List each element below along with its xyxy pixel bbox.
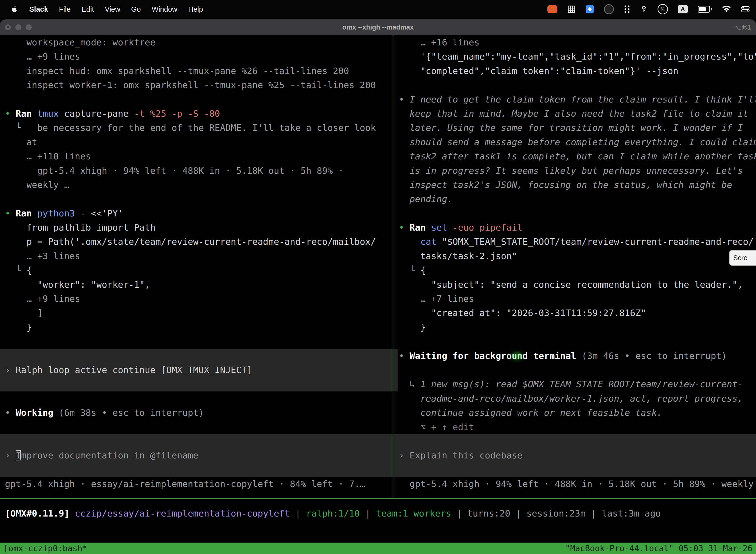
- close-button[interactable]: ✕: [5, 24, 11, 30]
- menu-view[interactable]: View: [105, 5, 120, 13]
- omx-status-line: [OMX#0.11.9] cczip/essay/ai-reimplementa…: [0, 506, 756, 520]
- terminal-line: … +9 lines: [5, 49, 397, 63]
- window-shortcut-hint: ⌥⌘1: [734, 23, 751, 31]
- desktop: Slack FileEditViewGoWindowHelp 61 A: [0, 0, 756, 554]
- menu-bar: Slack FileEditViewGoWindowHelp 61 A: [0, 0, 756, 18]
- terminal-line[interactable]: [0, 434, 397, 448]
- terminal-line: '{"team_name":"my-team","task_id":"1","f…: [399, 49, 756, 63]
- tmux-pane-right[interactable]: … +16 lines '{"team_name":"my-team","tas…: [393, 35, 756, 491]
- tmux-status-bar: [omx-cczip0:bash* "MacBook-Pro-44.local"…: [0, 543, 756, 554]
- menu-bar-left: Slack FileEditViewGoWindowHelp: [0, 4, 203, 14]
- blue-app-icon[interactable]: [586, 5, 594, 13]
- terminal-line: [399, 363, 756, 377]
- terminal-line[interactable]: [0, 463, 397, 477]
- terminal-line: inspect_hud: omx sparkshell --tmux-pane …: [5, 64, 397, 78]
- terminal-line: weekly …: [5, 178, 397, 192]
- minimize-button[interactable]: [15, 24, 21, 30]
- terminal-line: is in progress? It seems likely but perh…: [399, 164, 756, 178]
- terminal-line: … +3 lines: [5, 249, 397, 263]
- terminal-line: gpt-5.4 xhigh · 94% left · 488K in · 5.1…: [5, 164, 397, 178]
- terminal-line: pending.: [399, 192, 756, 206]
- tmux-pane-divider-horizontal[interactable]: [0, 498, 756, 499]
- terminal-line[interactable]: [0, 349, 397, 363]
- menu-file[interactable]: File: [59, 5, 71, 13]
- terminal-line: p = Path('.omx/state/team/review-current…: [5, 234, 397, 249]
- battery-percent-badge[interactable]: 61: [657, 4, 668, 14]
- terminal-line: [5, 334, 397, 348]
- terminal-line: "worker": "worker-1",: [5, 277, 397, 292]
- terminal-line: from pathlib import Path: [5, 220, 397, 234]
- terminal-line[interactable]: [393, 434, 756, 448]
- terminal-line: [399, 334, 756, 348]
- terminal-line: "completed","claim_token":"claim-token"}…: [399, 64, 756, 78]
- terminal-line: cat "$OMX_TEAM_STATE_ROOT/team/review-cu…: [399, 234, 756, 249]
- dark-app-icon[interactable]: [604, 4, 614, 14]
- terminal-line: … +16 lines: [399, 35, 756, 49]
- menu-help[interactable]: Help: [188, 5, 203, 13]
- terminal-line: later. Using the same for transition mig…: [399, 121, 756, 135]
- prompt-input-left[interactable]: › Improve documentation in @filename: [0, 448, 397, 462]
- terminal-line: ⌥ + ↑ edit: [399, 420, 756, 434]
- grid-icon[interactable]: [567, 5, 576, 13]
- prompt-input-right[interactable]: › Explain this codebase: [393, 448, 756, 462]
- terminal-line: }: [5, 320, 397, 334]
- screen-tooltip-text: Scre: [733, 254, 748, 262]
- terminal-line: inspect task2's JSON, focusing on the st…: [399, 178, 756, 192]
- tmux-pane-left[interactable]: workspace_mode: worktree … +9 lines insp…: [0, 35, 397, 491]
- terminal-content: workspace_mode: worktree … +9 lines insp…: [0, 35, 756, 554]
- terminal-line: • Ran set -euo pipefail: [399, 220, 756, 234]
- key-icon[interactable]: [640, 5, 648, 13]
- terminal-line: • Working (6m 38s • esc to interrupt): [5, 405, 397, 420]
- terminal-line: [5, 391, 397, 405]
- terminal-line: ↳ 1 new msg(s): read $OMX_TEAM_STATE_ROO…: [399, 377, 756, 391]
- terminal-line: keep that in mind. Maybe I also need the…: [399, 107, 756, 121]
- dots-grid-icon[interactable]: [624, 5, 630, 13]
- terminal-line: "created_at": "2026-03-31T11:59:27.816Z": [399, 306, 756, 320]
- terminal-line: readme-and-reco/mailbox/worker-1.json, a…: [399, 391, 756, 405]
- terminal-line: should send a message before completing …: [399, 135, 756, 149]
- app-menu-slack[interactable]: Slack: [29, 5, 48, 13]
- terminal-line: gpt-5.4 xhigh · 94% left · 488K in · 5.1…: [399, 477, 756, 491]
- ralph-status-row[interactable]: › Ralph loop active continue [OMX_TMUX_I…: [0, 363, 397, 377]
- menu-items: FileEditViewGoWindowHelp: [59, 5, 203, 13]
- tmux-pane-divider-vertical[interactable]: [393, 35, 393, 498]
- terminal-line: at: [5, 135, 397, 149]
- terminal-line: … +110 lines: [5, 149, 397, 163]
- terminal-line: task2 after task1 is complete, but can I…: [399, 149, 756, 163]
- terminal-line: gpt-5.4 xhigh · essay/ai-reimplementatio…: [5, 477, 397, 491]
- terminal-line: continue assigned work or next feasible …: [399, 405, 756, 420]
- menu-bar-status-icons: 61 A: [548, 4, 756, 14]
- screen-tooltip: Scre: [729, 250, 756, 266]
- window-title: omx --xhigh --madmax: [342, 23, 414, 31]
- terminal-line: • I need to get the claim token from the…: [399, 92, 756, 107]
- terminal-line: tasks/task-2.json": [399, 249, 756, 263]
- terminal-line[interactable]: [0, 377, 397, 391]
- terminal-line: [5, 420, 397, 434]
- tmux-session-info[interactable]: [omx-cczip0:bash*: [3, 544, 87, 553]
- terminal-line: "subject": "send a concise recommendatio…: [399, 277, 756, 292]
- terminal-line: └ be necessary for the end of the README…: [5, 121, 397, 135]
- terminal-line: … +9 lines: [5, 292, 397, 306]
- terminal-line: }: [399, 320, 756, 334]
- tmux-host-clock: "MacBook-Pro-44.local" 05:03 31-Mar-26: [565, 544, 753, 553]
- terminal-line: [5, 92, 397, 107]
- control-center-icon[interactable]: [741, 6, 750, 12]
- omx-status-row: [OMX#0.11.9] cczip/essay/ai-reimplementa…: [5, 506, 756, 520]
- screen-recording-indicator-icon[interactable]: [548, 5, 557, 13]
- window-titlebar[interactable]: ✕ omx --xhigh --madmax ⌥⌘1: [0, 19, 756, 35]
- apple-menu-icon[interactable]: [10, 4, 18, 14]
- terminal-line: [5, 192, 397, 206]
- zoom-button[interactable]: [26, 24, 32, 30]
- wifi-icon[interactable]: [722, 5, 731, 13]
- menu-edit[interactable]: Edit: [82, 5, 94, 13]
- terminal-line: • Ran python3 - <<'PY': [5, 206, 397, 220]
- terminal-line: … +7 lines: [399, 292, 756, 306]
- terminal-line: [399, 206, 756, 220]
- terminal-line: ]: [5, 306, 397, 320]
- terminal-line[interactable]: [393, 463, 756, 477]
- menu-go[interactable]: Go: [131, 5, 141, 13]
- menu-window[interactable]: Window: [152, 5, 177, 13]
- input-source-icon[interactable]: A: [678, 5, 688, 13]
- terminal-line: └ {: [399, 263, 756, 277]
- battery-icon[interactable]: [698, 6, 712, 13]
